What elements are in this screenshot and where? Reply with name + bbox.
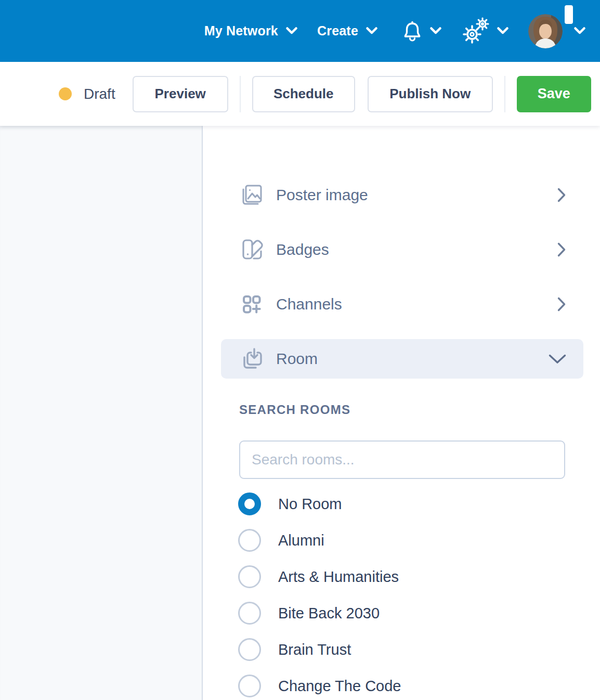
my-network-label: My Network [204,23,278,38]
room-option-label: Alumni [278,532,324,549]
section-label: Channels [276,295,557,313]
room-icon [239,346,264,371]
chevron-down-icon [497,27,508,35]
radio-unselected[interactable] [238,638,261,661]
nav-create[interactable]: Create [317,23,377,38]
chevron-down-icon [574,27,585,35]
room-option[interactable]: No Room [221,486,583,522]
draft-status-dot [59,87,72,100]
top-nav-bar: My Network Create [0,0,600,62]
nav-my-network[interactable]: My Network [204,23,297,38]
badges-icon [239,237,264,262]
radio-unselected[interactable] [238,565,261,588]
radio-unselected[interactable] [238,602,261,625]
section-label: Room [276,350,549,368]
search-rooms-heading: SEARCH ROOMS [221,403,583,417]
room-option-label: No Room [278,496,342,513]
room-option-label: Bite Back 2030 [278,605,380,622]
schedule-button[interactable]: Schedule [252,76,355,112]
chevron-down-icon [366,27,377,35]
chevron-down-icon [286,27,297,35]
section-label: Badges [276,241,557,258]
room-option[interactable]: Arts & Humanities [221,559,583,595]
main-area: Poster image Badges [0,126,600,700]
bell-icon [402,20,422,42]
left-sidebar [0,126,203,700]
search-rooms-input[interactable] [239,440,565,479]
room-option-label: Arts & Humanities [278,568,399,586]
chevron-right-icon [557,188,566,202]
radio-unselected[interactable] [238,529,261,552]
room-option[interactable]: Alumni [221,522,583,559]
chevron-down-icon [430,27,441,35]
channels-icon [239,292,264,317]
notifications-button[interactable] [402,20,441,42]
chevron-down-icon [549,354,566,364]
create-label: Create [317,23,358,38]
toolbar-divider [240,76,241,112]
room-option[interactable]: Bite Back 2030 [221,595,583,631]
section-badges[interactable]: Badges [221,230,583,269]
toolbar-divider [504,76,505,112]
save-button[interactable]: Save [517,76,591,112]
room-option[interactable]: Change The Code [221,668,583,700]
section-channels[interactable]: Channels [221,284,583,324]
section-poster-image[interactable]: Poster image [221,175,583,215]
avatar-backdrop [565,5,573,24]
room-option-label: Change The Code [278,678,401,695]
post-settings-panel: Poster image Badges [203,126,600,700]
settings-button[interactable] [461,17,508,45]
settings-accordion: Poster image Badges [221,175,583,379]
room-radio-list: No Room Alumni Arts & Humanities Bite Ba… [221,486,583,700]
chevron-right-icon [557,242,566,257]
radio-selected[interactable] [238,492,261,515]
section-room[interactable]: Room [221,339,583,379]
search-rooms-field-wrap [221,440,583,479]
room-option[interactable]: Brain Trust [221,631,583,668]
avatar [528,14,563,48]
draft-status-label: Draft [84,86,115,102]
account-menu-button[interactable] [528,14,585,48]
radio-unselected[interactable] [238,675,261,697]
room-option-label: Brain Trust [278,641,351,658]
preview-button[interactable]: Preview [133,76,228,112]
poster-image-icon [239,183,264,208]
publish-now-button[interactable]: Publish Now [368,76,493,112]
publish-toolbar: Draft Preview Schedule Publish Now Save [0,62,600,126]
chevron-right-icon [557,297,566,312]
section-label: Poster image [276,186,557,204]
gears-icon [461,17,489,45]
